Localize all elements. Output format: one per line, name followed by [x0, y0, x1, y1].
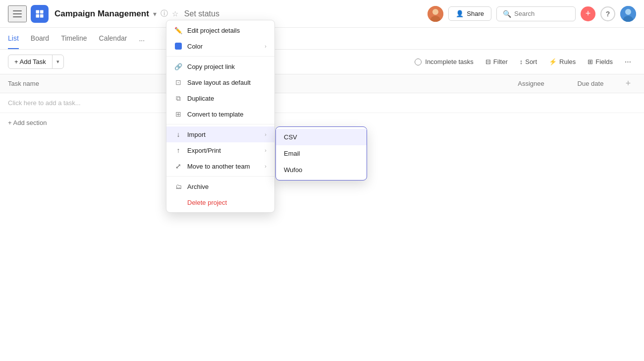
color-icon: [174, 42, 182, 50]
add-task-row[interactable]: Click here to add a task...: [0, 93, 644, 113]
submenu-item-csv[interactable]: CSV: [276, 129, 367, 145]
svg-rect-1: [40, 10, 44, 13]
menu-item-convert-template[interactable]: ⊞ Convert to template: [166, 106, 274, 122]
menu-item-archive[interactable]: 🗂 Archive: [166, 179, 274, 194]
submenu-item-email[interactable]: Email: [276, 145, 367, 162]
import-submenu: CSV Email Wufoo: [275, 126, 367, 180]
info-icon[interactable]: ⓘ: [161, 9, 168, 18]
menu-label-import: Import: [187, 131, 260, 138]
add-task-button[interactable]: + Add Task ▾: [8, 55, 64, 69]
filter-label: Filter: [493, 58, 508, 65]
submenu-item-wufoo[interactable]: Wufoo: [276, 162, 367, 178]
toolbar-right: Incomplete tasks ⊟ Filter ↕ Sort ⚡ Rules…: [410, 56, 636, 68]
fields-icon: ⊞: [588, 58, 593, 65]
svg-point-5: [432, 9, 438, 15]
menu-item-copy-link[interactable]: 🔗 Copy project link: [166, 59, 274, 74]
incomplete-icon: [415, 59, 422, 65]
link-icon: 🔗: [174, 62, 182, 70]
search-box[interactable]: 🔍: [496, 6, 576, 21]
color-arrow-icon: ›: [265, 43, 267, 49]
topbar-right: 👤 Share 🔍 + ?: [428, 6, 636, 22]
add-section-button[interactable]: + Add section: [8, 119, 47, 126]
star-icon[interactable]: ☆: [172, 9, 178, 18]
nav-tabs: List Board Timeline Calendar ...: [0, 28, 644, 50]
menu-label-save-layout: Save layout as default: [187, 79, 267, 86]
incomplete-tasks-button[interactable]: Incomplete tasks: [410, 56, 479, 68]
context-menu: ✏️ Edit project details Color › 🔗 Copy p…: [166, 20, 275, 213]
separator-1: [166, 56, 274, 57]
menu-item-move-team[interactable]: ⤢ Move to another team ›: [166, 158, 274, 174]
tabs-more[interactable]: ...: [139, 35, 145, 43]
avatar-user1[interactable]: [428, 6, 443, 22]
fields-label: Fields: [595, 58, 613, 65]
menu-item-import[interactable]: ↓ Import › CSV Email Wufoo: [166, 126, 274, 142]
share-button[interactable]: 👤 Share: [448, 6, 491, 21]
menu-label-move-team: Move to another team: [187, 163, 260, 170]
import-arrow-icon: ›: [265, 131, 267, 137]
incomplete-tasks-label: Incomplete tasks: [425, 58, 474, 65]
add-task-main[interactable]: + Add Task: [8, 55, 53, 68]
archive-icon: 🗂: [174, 182, 182, 190]
rules-button[interactable]: ⚡ Rules: [544, 56, 581, 68]
add-task-label: + Add Task: [14, 58, 46, 65]
table-body: Click here to add a task...: [0, 93, 644, 113]
import-icon: ↓: [174, 130, 182, 138]
hamburger-button[interactable]: [8, 5, 27, 22]
tab-calendar[interactable]: Calendar: [99, 34, 127, 43]
share-label: Share: [467, 10, 484, 17]
sort-button[interactable]: ↕ Sort: [515, 56, 542, 68]
project-title: Campaign Management: [54, 9, 149, 19]
search-input[interactable]: [514, 10, 569, 17]
col-duedate: Due date: [561, 80, 620, 87]
dropdown-icon[interactable]: ▾: [153, 10, 157, 18]
export-arrow-icon: ›: [265, 147, 267, 153]
filter-icon: ⊟: [485, 58, 491, 65]
toolbar: + Add Task ▾ Incomplete tasks ⊟ Filter ↕…: [0, 50, 644, 74]
col-add[interactable]: +: [620, 78, 636, 89]
menu-label-color: Color: [187, 43, 260, 50]
menu-label-duplicate: Duplicate: [187, 95, 267, 102]
help-button[interactable]: ?: [600, 6, 615, 21]
create-button[interactable]: +: [581, 6, 595, 21]
menu-item-duplicate[interactable]: ⧉ Duplicate: [166, 90, 274, 106]
menu-label-edit-project: Edit project details: [187, 27, 267, 34]
export-icon: ↑: [174, 146, 182, 154]
svg-point-8: [625, 9, 631, 15]
fields-button[interactable]: ⊞ Fields: [583, 56, 618, 68]
tab-timeline[interactable]: Timeline: [61, 34, 87, 43]
user-avatar[interactable]: [620, 6, 636, 22]
move-icon: ⤢: [174, 162, 182, 170]
add-task-placeholder[interactable]: Click here to add a task...: [8, 99, 81, 107]
menu-label-convert-template: Convert to template: [187, 111, 267, 118]
delete-icon: [174, 198, 182, 206]
add-task-dropdown[interactable]: ▾: [53, 56, 63, 68]
svg-rect-0: [36, 10, 40, 13]
template-icon: ⊞: [174, 110, 182, 118]
more-options-button[interactable]: ⋯: [620, 56, 636, 68]
menu-item-delete-project[interactable]: Delete project: [166, 194, 274, 210]
menu-label-export-print: Export/Print: [187, 147, 260, 154]
menu-item-export-print[interactable]: ↑ Export/Print ›: [166, 142, 274, 158]
search-icon: 🔍: [503, 10, 511, 18]
menu-item-save-layout[interactable]: ⊡ Save layout as default: [166, 74, 274, 90]
duplicate-icon: ⧉: [174, 94, 182, 102]
layout-icon: ⊡: [174, 78, 182, 86]
app-icon: [31, 5, 49, 23]
col-assignee: Assignee: [501, 80, 561, 87]
topbar: Campaign Management ▾ ⓘ ☆ Set status 👤 S…: [0, 0, 644, 28]
menu-label-delete-project: Delete project: [187, 199, 267, 206]
menu-label-archive: Archive: [187, 183, 267, 190]
menu-item-color[interactable]: Color ›: [166, 38, 274, 54]
title-actions: ▾ ⓘ ☆ Set status: [153, 9, 219, 18]
sort-icon: ↕: [520, 58, 523, 65]
tab-list[interactable]: List: [8, 34, 19, 43]
menu-item-edit-project[interactable]: ✏️ Edit project details: [166, 22, 274, 38]
separator-2: [166, 124, 274, 124]
svg-rect-2: [36, 14, 40, 17]
svg-rect-3: [40, 14, 44, 17]
more-icon: ⋯: [625, 58, 631, 65]
filter-button[interactable]: ⊟ Filter: [481, 56, 513, 68]
set-status[interactable]: Set status: [184, 9, 219, 18]
tab-board[interactable]: Board: [31, 34, 49, 43]
rules-label: Rules: [559, 58, 576, 65]
